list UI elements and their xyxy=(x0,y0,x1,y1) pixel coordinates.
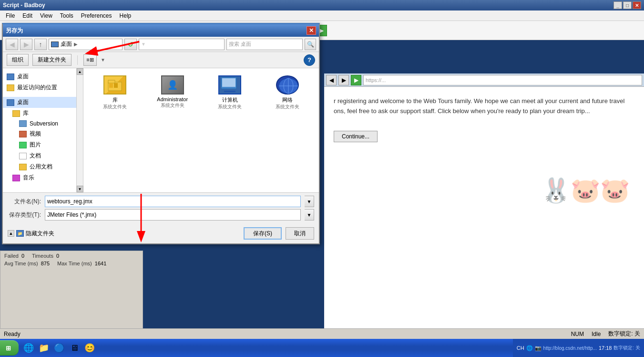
menu-help[interactable]: Help xyxy=(116,11,135,20)
address-path-box[interactable]: 桌面 ▶ xyxy=(49,39,123,50)
search-box[interactable]: 搜索 桌面 xyxy=(226,39,303,50)
web-go-btn[interactable]: ▶ xyxy=(351,75,361,85)
sidebar-scrollbar[interactable]: ▲ ▼ xyxy=(77,68,83,192)
hide-folder-icon: 📁 xyxy=(16,230,24,237)
recent-icon xyxy=(7,84,14,91)
status-row-2: Avg Time (ms) 875 Max Time (ms) 1641 xyxy=(4,261,139,266)
minimize-button[interactable]: _ xyxy=(613,1,622,9)
dialog-address-bar: ◀ ▶ ↑ 桌面 ▶ ↺ ▼ 搜索 桌面 🔍 xyxy=(3,37,319,52)
menu-file[interactable]: File xyxy=(2,11,19,20)
addr-arrow: ▶ xyxy=(74,42,78,47)
menu-preferences[interactable]: Preferences xyxy=(77,11,116,20)
dialog-sidebar: 桌面 最近访问的位置 桌面 库 Subversion xyxy=(3,68,77,192)
sidebar-item-music[interactable]: 音乐 xyxy=(3,172,76,183)
svg-rect-1 xyxy=(108,80,115,83)
menu-edit[interactable]: Edit xyxy=(19,11,36,20)
back-button[interactable]: ◀ xyxy=(6,39,18,50)
file-item-computer[interactable]: 计算机 系统文件夹 xyxy=(202,72,258,114)
lib-folder-icon xyxy=(12,110,20,117)
sidebar-item-desktop-2[interactable]: 桌面 xyxy=(3,97,76,108)
menu-view[interactable]: View xyxy=(36,11,56,20)
help-button[interactable]: ? xyxy=(304,54,315,66)
refresh-button[interactable]: ↺ xyxy=(124,39,137,50)
public-icon xyxy=(19,164,27,170)
desktop-icon-1 xyxy=(7,74,14,80)
desktop-icon xyxy=(51,42,59,47)
filename-bar: 文件名(N): ▼ 保存类型(T): JMeter Files (*.jmx) … xyxy=(3,192,319,224)
web-forward-btn[interactable]: ▶ xyxy=(338,75,349,85)
file-item-admin[interactable]: 👤 Administrator 系统文件夹 xyxy=(145,72,201,114)
start-button[interactable]: ⊞ xyxy=(0,340,19,356)
dialog-close-button[interactable]: ✕ xyxy=(307,26,316,35)
window-controls: _ □ ✕ xyxy=(613,1,641,9)
continue-button[interactable]: Continue... xyxy=(334,131,378,142)
timeouts-item: Timeouts 0 xyxy=(32,253,59,259)
forward-button[interactable]: ▶ xyxy=(20,39,32,50)
app-title: Script - Badboy xyxy=(3,2,45,9)
hide-folder-toggle[interactable]: ▲ 📁 隐藏文件夹 xyxy=(8,230,54,238)
web-body: r registering and welcome to the Web Tou… xyxy=(324,87,644,152)
dialog-title: 另存为 xyxy=(6,27,23,35)
filename-input[interactable] xyxy=(45,196,301,207)
scroll-up-btn[interactable]: ▲ xyxy=(77,68,83,75)
web-back-btn[interactable]: ◀ xyxy=(326,75,337,85)
sidebar-item-public[interactable]: 公用文档 xyxy=(3,161,76,172)
close-button[interactable]: ✕ xyxy=(633,1,641,9)
filetype-select[interactable]: JMeter Files (*.jmx) xyxy=(45,209,301,220)
sidebar-item-doc[interactable]: 文档 xyxy=(3,150,76,161)
filetype-dropdown-btn[interactable]: ▼ xyxy=(305,209,314,220)
save-button[interactable]: 保存(S) xyxy=(244,227,282,240)
failed-label: Failed xyxy=(4,253,19,259)
sidebar-label-subversion: Subversion xyxy=(30,120,58,127)
sidebar-item-desktop-1[interactable]: 桌面 xyxy=(3,71,76,82)
taskbar-folder-icon[interactable]: 📁 xyxy=(37,341,51,355)
sidebar-item-recent[interactable]: 最近访问的位置 xyxy=(3,82,76,93)
taskbar-chrome-icon[interactable]: 🔵 xyxy=(52,341,66,355)
file-subtitle-admin: 系统文件夹 xyxy=(161,102,184,109)
organize-button[interactable]: 组织 xyxy=(7,54,29,66)
max-time-item: Max Time (ms) 1641 xyxy=(57,261,106,266)
network-big-icon xyxy=(276,75,299,94)
new-folder-button[interactable]: 新建文件夹 xyxy=(32,54,72,66)
save-dialog: 另存为 ✕ ◀ ▶ ↑ 桌面 ▶ ↺ ▼ 搜索 桌面 🔍 组织 xyxy=(2,23,320,244)
video-icon xyxy=(19,131,27,137)
toolbar-separator xyxy=(77,55,78,65)
file-item-network[interactable]: 网络 系统文件夹 xyxy=(260,72,316,114)
sidebar-spacer xyxy=(3,93,76,97)
web-nav-bar: ◀ ▶ ▶ https://... xyxy=(324,74,644,87)
sidebar-item-lib[interactable]: 库 xyxy=(3,108,76,119)
taskbar-tray: CH 🌐 📷 http://blog.csdn.net/http... 17:1… xyxy=(513,339,644,357)
action-buttons: 保存(S) 取消 xyxy=(244,227,314,240)
max-time-label: Max Time (ms) xyxy=(57,261,92,266)
sidebar-item-picture[interactable]: 图片 xyxy=(3,139,76,150)
menu-tools[interactable]: Tools xyxy=(56,11,77,20)
sidebar-label-picture: 图片 xyxy=(30,141,41,149)
up-button[interactable]: ↑ xyxy=(34,39,47,50)
web-url-text: https://... xyxy=(366,77,386,83)
sidebar-label-doc: 文档 xyxy=(30,152,41,160)
filename-dropdown-btn[interactable]: ▼ xyxy=(305,196,314,207)
view-button[interactable]: ≡⊞ xyxy=(83,54,97,66)
taskbar-ie-icon[interactable]: 🌐 xyxy=(21,341,36,355)
collapse-icon: ▲ xyxy=(8,230,14,237)
failed-item: Failed 0 xyxy=(4,253,24,259)
dialog-title-bar: 另存为 ✕ xyxy=(3,24,319,37)
avg-time-value: 875 xyxy=(41,261,50,266)
timeouts-value: 0 xyxy=(56,253,59,259)
web-url-bar[interactable]: https://... xyxy=(363,75,642,85)
lib-big-icon xyxy=(103,75,126,94)
file-item-lib[interactable]: 库 系统文件夹 xyxy=(87,72,143,114)
maximize-button[interactable]: □ xyxy=(623,1,632,9)
taskbar-face-icon[interactable]: 😊 xyxy=(82,341,97,355)
scroll-down-btn[interactable]: ▼ xyxy=(77,186,83,192)
file-name-admin: Administrator xyxy=(157,96,188,102)
filetype-row: 保存类型(T): JMeter Files (*.jmx) ▼ xyxy=(8,209,314,220)
doc-icon xyxy=(19,153,27,159)
recent-locations-dropdown[interactable]: ▼ xyxy=(139,39,225,50)
search-button[interactable]: 🔍 xyxy=(305,39,316,50)
sidebar-item-subversion[interactable]: Subversion xyxy=(3,119,76,128)
cancel-button[interactable]: 取消 xyxy=(286,227,314,240)
sidebar-item-video[interactable]: 视频 xyxy=(3,128,76,139)
taskbar-app-icon[interactable]: 🖥 xyxy=(67,341,82,355)
tray-text: http://blog.csdn.net/http... xyxy=(543,346,597,351)
